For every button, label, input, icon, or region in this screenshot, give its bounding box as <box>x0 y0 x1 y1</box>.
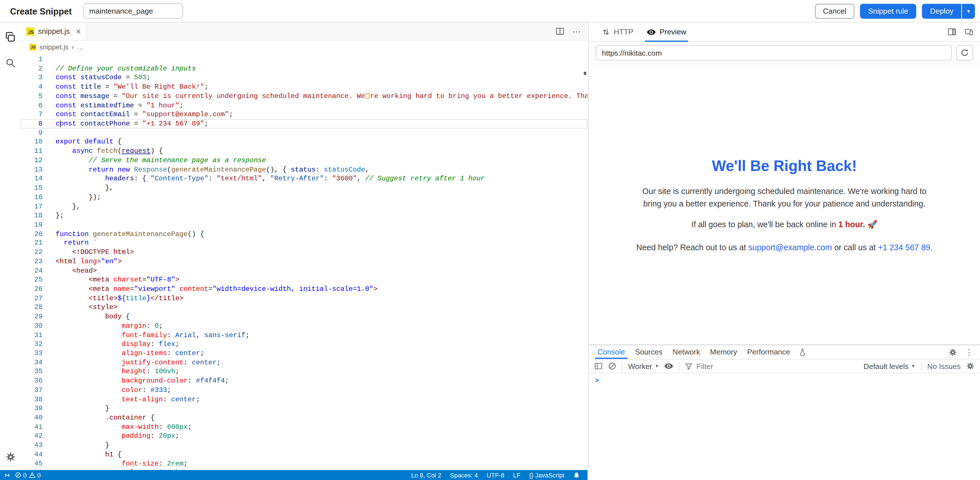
more-actions-icon[interactable]: ⋯ <box>573 27 581 35</box>
live-expression-eye-icon[interactable] <box>665 363 673 369</box>
devtools-settings-gear-icon[interactable] <box>949 348 957 356</box>
code-line[interactable]: 28 <style> <box>21 303 587 312</box>
code-line[interactable]: 10export default { <box>21 138 587 147</box>
panel-layout-icon[interactable] <box>948 27 956 36</box>
device-preview-icon[interactable] <box>964 27 974 36</box>
code-line[interactable]: 19 <box>21 220 587 230</box>
code-line[interactable]: 7const contactEmail = "support@example.c… <box>21 110 587 119</box>
code-line[interactable]: 22 <!DOCTYPE html> <box>21 248 587 257</box>
context-selector[interactable]: Worker ▼ <box>628 362 659 371</box>
code-line[interactable]: 21 return ` <box>21 239 587 248</box>
snippets-explorer-icon[interactable] <box>5 31 16 43</box>
maintenance-message: Our site is currently undergoing schedul… <box>601 185 967 210</box>
code-line[interactable]: 15 }, <box>21 184 587 193</box>
code-line[interactable]: 40 .container { <box>21 413 587 422</box>
devtools-tab-network[interactable]: Network <box>667 345 705 359</box>
code-line[interactable]: 16 }); <box>21 193 587 202</box>
code-line[interactable]: 24 <head> <box>21 266 587 275</box>
console-log-area[interactable]: > <box>589 373 980 480</box>
devtools-tab-console[interactable]: Console <box>592 345 630 359</box>
kebab-menu-icon[interactable]: ⋮ <box>965 348 973 356</box>
split-editor-icon[interactable] <box>556 27 565 36</box>
code-line[interactable]: 4const title = "We'll Be Right Back!"; <box>21 82 587 92</box>
snippet-rule-button[interactable]: Snippet rule <box>860 3 916 19</box>
code-line[interactable]: 6const estimatedTime = "1 hour"; <box>21 101 587 110</box>
line-number: 28 <box>21 303 43 312</box>
problems-indicator[interactable]: 0 0 <box>15 472 41 478</box>
code-line[interactable]: 37 color: #333; <box>21 386 587 395</box>
code-line[interactable]: 8const contactPhone = "+1 234 567 89"; <box>21 119 587 128</box>
notifications-bell-icon[interactable] <box>573 472 580 478</box>
code-line[interactable]: 25 <meta charset="UTF-8"> <box>21 276 587 285</box>
console-sidebar-icon[interactable] <box>594 362 603 371</box>
devtools-tab-sources[interactable]: Sources <box>630 345 667 359</box>
encoding-setting[interactable]: UTF-8 <box>487 472 504 478</box>
code-line[interactable]: 26 <meta name="viewport" content="width=… <box>21 285 587 294</box>
indentation-setting[interactable]: Spaces: 4 <box>450 472 478 478</box>
phone-link[interactable]: +1 234 567 89 <box>878 242 930 252</box>
breadcrumb-file[interactable]: snippet.js <box>39 43 68 51</box>
code-line[interactable]: 1 <box>21 55 587 64</box>
tab-http[interactable]: HTTP <box>597 22 639 41</box>
code-line[interactable]: 11 async fetch(request) { <box>21 147 587 156</box>
eol-setting[interactable]: LF <box>513 472 520 478</box>
code-line[interactable]: 2// Define your customizable inputs <box>21 64 587 73</box>
code-line[interactable]: 35 height: 100vh; <box>21 367 587 376</box>
deploy-button[interactable]: Deploy <box>922 3 961 19</box>
code-line[interactable]: 41 max-width: 600px; <box>21 422 587 431</box>
search-icon[interactable] <box>5 57 16 69</box>
console-prompt[interactable]: > <box>595 377 599 384</box>
code-line[interactable]: 33 align-items: center; <box>21 349 587 358</box>
console-settings-gear-icon[interactable] <box>966 362 975 371</box>
breadcrumb[interactable]: JS snippet.js › … <box>21 41 587 53</box>
support-email-link[interactable]: support@example.com <box>748 242 832 252</box>
experiments-flask-icon[interactable] <box>795 345 810 359</box>
issues-counter[interactable]: No Issues <box>928 362 961 371</box>
breadcrumb-more[interactable]: … <box>77 43 84 51</box>
remote-indicator-icon[interactable] <box>4 472 11 478</box>
code-line[interactable]: 5const message = "Our site is currently … <box>21 92 587 101</box>
devtools-tab-performance[interactable]: Performance <box>742 345 795 359</box>
code-line[interactable]: 17 }, <box>21 202 587 211</box>
snippet-name-input[interactable] <box>83 3 183 19</box>
code-area[interactable]: 12// Define your customizable inputs3con… <box>21 53 587 470</box>
code-line[interactable]: 38 text-align: center; <box>21 395 587 404</box>
refresh-button[interactable] <box>956 45 973 60</box>
language-mode[interactable]: {} JavaScript <box>529 472 565 478</box>
code-line[interactable]: 29 body { <box>21 312 587 321</box>
code-line[interactable]: 3const statusCode = 503; <box>21 73 587 82</box>
close-icon[interactable]: × <box>76 27 81 35</box>
code-line[interactable]: 9 <box>21 128 587 138</box>
code-line[interactable]: 39 } <box>21 404 587 413</box>
url-input[interactable] <box>595 45 952 60</box>
tab-preview[interactable]: Preview <box>641 22 692 41</box>
code-line[interactable]: 42 padding: 20px; <box>21 432 587 441</box>
code-line[interactable]: 43 } <box>21 441 587 450</box>
log-levels-selector[interactable]: Default levels ▼ <box>864 362 915 371</box>
settings-gear-icon[interactable] <box>5 451 16 463</box>
code-line[interactable]: 31 font-family: Arial, sans-serif; <box>21 331 587 340</box>
code-line[interactable]: 34 justify-content: center; <box>21 358 587 367</box>
code-line[interactable]: 44 h1 { <box>21 450 587 459</box>
editor-tab-snippet-js[interactable]: JS snippet.js × <box>21 22 87 40</box>
filter-input[interactable] <box>697 362 858 371</box>
cancel-button[interactable]: Cancel <box>815 3 854 19</box>
deploy-dropdown-button[interactable]: ▾ <box>962 3 975 19</box>
code-line[interactable]: 13 return new Response(generateMaintenan… <box>21 165 587 174</box>
code-line[interactable]: 45 font-size: 2rem; <box>21 459 587 468</box>
clear-console-icon[interactable] <box>608 362 616 371</box>
line-number: 43 <box>21 441 43 450</box>
code-line[interactable]: 18}; <box>21 211 587 220</box>
code-line[interactable]: 12 // Serve the maintenance page as a re… <box>21 156 587 165</box>
editor-scrollbar[interactable] <box>582 53 587 470</box>
code-line[interactable]: 32 display: flex; <box>21 340 587 349</box>
code-line[interactable]: 23<html lang="en"> <box>21 257 587 266</box>
code-line[interactable]: 27 <title>${title}</title> <box>21 294 587 303</box>
code-line[interactable]: 30 margin: 0; <box>21 321 587 330</box>
devtools-tab-memory[interactable]: Memory <box>705 345 742 359</box>
cursor-position[interactable]: Ln 8, Col 2 <box>411 472 441 478</box>
code-line[interactable]: 20function generateMaintenancePage() { <box>21 230 587 239</box>
code-line[interactable]: 14 headers: { "Content-Type": "text/html… <box>21 174 587 184</box>
code-text: color: #333; <box>56 386 171 395</box>
code-line[interactable]: 36 background-color: #f4f4f4; <box>21 377 587 386</box>
